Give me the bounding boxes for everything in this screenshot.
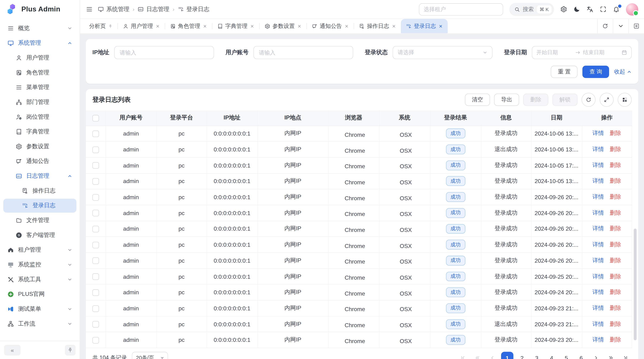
sidebar-item-login-log[interactable]: 登录日志 bbox=[3, 199, 76, 213]
row-delete-link[interactable]: 删除 bbox=[610, 178, 621, 184]
row-delete-link[interactable]: 删除 bbox=[610, 320, 621, 327]
row-delete-link[interactable]: 删除 bbox=[610, 257, 621, 264]
sidebar-item-log-management[interactable]: DEV日志管理 bbox=[3, 169, 76, 183]
next-page-button[interactable] bbox=[590, 352, 602, 359]
row-detail-link[interactable]: 详情 bbox=[592, 193, 604, 200]
sidebar-pin-button[interactable] bbox=[65, 345, 76, 356]
row-checkbox[interactable] bbox=[92, 210, 99, 217]
row-delete-link[interactable]: 删除 bbox=[610, 162, 621, 168]
page-button-5[interactable]: 5 bbox=[560, 352, 572, 359]
fullscreen-icon[interactable] bbox=[600, 6, 606, 13]
sidebar-item-file-management[interactable]: 文件管理 bbox=[3, 213, 76, 227]
tab-login-log[interactable]: 登录日志 bbox=[401, 19, 448, 33]
ip-input[interactable] bbox=[114, 46, 214, 59]
page-button-2[interactable]: 2 bbox=[516, 352, 528, 359]
sidebar-item-system-management[interactable]: 系统管理 bbox=[3, 36, 76, 50]
close-icon[interactable] bbox=[297, 24, 301, 28]
last-page-button[interactable] bbox=[619, 352, 632, 359]
row-checkbox[interactable] bbox=[92, 305, 99, 312]
tab-param-settings[interactable]: 参数设置 bbox=[260, 19, 306, 33]
tab-user-mgmt[interactable]: 用户管理 bbox=[118, 19, 164, 33]
collapse-filter-link[interactable]: 收起 bbox=[614, 68, 632, 75]
row-checkbox[interactable] bbox=[92, 226, 99, 232]
breadcrumb-item-login-log[interactable]: 登录日志 bbox=[178, 5, 209, 13]
menu-fold-icon[interactable] bbox=[86, 6, 93, 13]
close-icon[interactable] bbox=[250, 24, 254, 28]
breadcrumb-item-system[interactable]: 系统管理 bbox=[98, 5, 129, 13]
sidebar-item-notice[interactable]: 通知公告 bbox=[3, 154, 76, 168]
row-checkbox[interactable] bbox=[92, 146, 99, 153]
content-fullscreen-button[interactable] bbox=[628, 19, 644, 33]
row-checkbox[interactable] bbox=[92, 337, 99, 344]
row-delete-link[interactable]: 删除 bbox=[610, 289, 621, 295]
notifications-button[interactable] bbox=[613, 6, 620, 13]
query-button[interactable]: 查 询 bbox=[582, 66, 609, 78]
page-button-4[interactable]: 4 bbox=[546, 352, 558, 359]
row-detail-link[interactable]: 详情 bbox=[592, 273, 604, 280]
reset-button[interactable]: 重 置 bbox=[551, 66, 578, 78]
row-checkbox[interactable] bbox=[92, 321, 99, 328]
close-icon[interactable] bbox=[344, 24, 348, 28]
sidebar-item-overview[interactable]: 概览 bbox=[3, 21, 76, 35]
tab-operation-log[interactable]: 操作日志 bbox=[354, 19, 401, 33]
table-refresh-button[interactable] bbox=[582, 93, 596, 107]
row-delete-link[interactable]: 删除 bbox=[610, 225, 621, 232]
row-delete-link[interactable]: 删除 bbox=[610, 241, 621, 248]
row-detail-link[interactable]: 详情 bbox=[592, 336, 604, 343]
row-checkbox[interactable] bbox=[92, 273, 99, 280]
row-delete-link[interactable]: 删除 bbox=[610, 273, 621, 280]
page-button-1[interactable]: 1 bbox=[501, 352, 514, 359]
row-detail-link[interactable]: 详情 bbox=[592, 305, 604, 311]
close-icon[interactable] bbox=[156, 24, 160, 28]
row-detail-link[interactable]: 详情 bbox=[592, 320, 604, 327]
account-input[interactable] bbox=[254, 46, 353, 59]
row-detail-link[interactable]: 详情 bbox=[592, 162, 604, 168]
sidebar-item-dict-management[interactable]: 字典管理 bbox=[3, 125, 76, 139]
row-checkbox[interactable] bbox=[92, 258, 99, 264]
table-columns-button[interactable] bbox=[618, 93, 632, 107]
tab-role-mgmt[interactable]: 角色管理 bbox=[165, 19, 212, 33]
page-button-3[interactable]: 3 bbox=[530, 352, 543, 359]
clear-button[interactable]: 清空 bbox=[465, 93, 490, 106]
sidebar-item-system-monitor[interactable]: 系统监控 bbox=[3, 258, 76, 272]
row-delete-link[interactable]: 删除 bbox=[610, 209, 621, 216]
row-detail-link[interactable]: 详情 bbox=[592, 130, 604, 136]
row-checkbox[interactable] bbox=[92, 289, 99, 296]
settings-gear-icon[interactable] bbox=[560, 6, 567, 13]
row-detail-link[interactable]: 详情 bbox=[592, 241, 604, 248]
row-checkbox[interactable] bbox=[92, 178, 99, 185]
row-delete-link[interactable]: 删除 bbox=[610, 336, 621, 343]
sidebar-item-post-management[interactable]: 岗位管理 bbox=[3, 110, 76, 124]
row-detail-link[interactable]: 详情 bbox=[592, 178, 604, 184]
next-5-pages-button[interactable] bbox=[605, 352, 617, 359]
tab-notice[interactable]: 通知公告 bbox=[306, 19, 354, 33]
row-detail-link[interactable]: 详情 bbox=[592, 257, 604, 264]
global-search[interactable]: 搜索 ⌘ K bbox=[509, 3, 554, 16]
sidebar-item-tenant-management[interactable]: 租户管理 bbox=[3, 243, 76, 257]
row-detail-link[interactable]: 详情 bbox=[592, 225, 604, 232]
user-avatar[interactable] bbox=[626, 3, 638, 15]
row-detail-link[interactable]: 详情 bbox=[592, 289, 604, 295]
status-select[interactable]: 请选择 bbox=[393, 46, 492, 59]
select-all-checkbox[interactable] bbox=[92, 115, 99, 122]
sidebar-item-workflow[interactable]: 工作流 bbox=[3, 317, 76, 331]
close-icon[interactable] bbox=[438, 24, 442, 28]
language-translate-icon[interactable] bbox=[586, 6, 594, 13]
sidebar-item-plus-site[interactable]: PLUS官网 bbox=[3, 287, 76, 301]
row-delete-link[interactable]: 删除 bbox=[610, 146, 621, 152]
sidebar-item-dept-management[interactable]: 部门管理 bbox=[3, 95, 76, 109]
row-checkbox[interactable] bbox=[92, 194, 99, 201]
logo[interactable]: Plus Admin bbox=[0, 0, 80, 19]
tenant-select[interactable]: 选择租户 bbox=[419, 3, 503, 15]
row-delete-link[interactable]: 删除 bbox=[610, 130, 621, 136]
row-detail-link[interactable]: 详情 bbox=[592, 209, 604, 216]
sidebar-item-role-management[interactable]: 角色管理 bbox=[3, 66, 76, 79]
sidebar-item-menu-management[interactable]: 菜单管理 bbox=[3, 80, 76, 94]
page-button-6[interactable]: 6 bbox=[575, 352, 587, 359]
breadcrumb-item-log[interactable]: DEV 日志管理 bbox=[138, 5, 170, 13]
row-checkbox[interactable] bbox=[92, 162, 99, 169]
sidebar-item-param-settings[interactable]: 参数设置 bbox=[3, 140, 76, 154]
tab-dict-mgmt[interactable]: 字典管理 bbox=[212, 19, 259, 33]
tabs-refresh-button[interactable] bbox=[597, 19, 613, 33]
close-icon[interactable] bbox=[392, 24, 396, 28]
